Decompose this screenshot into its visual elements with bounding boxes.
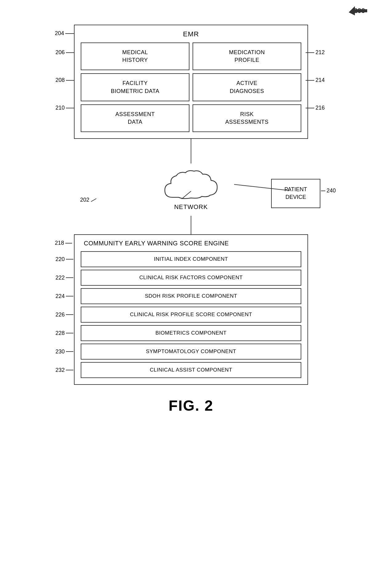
ref-208: 208 (55, 77, 75, 83)
ref-212: 212 (306, 49, 325, 56)
ref-arrow-200 (349, 3, 367, 15)
diagram-container: 200 204 EMR 206 208 (0, 0, 382, 588)
cews-title: COMMUNITY EARLY WARNING SCORE ENGINE (81, 240, 301, 247)
network-label: NETWORK (174, 203, 208, 211)
network-cloud-svg (160, 167, 222, 207)
connector-emr-network (191, 139, 191, 163)
ref-216: 216 (306, 105, 325, 111)
ref-228: 228 (55, 330, 73, 336)
emr-title: EMR (81, 30, 301, 38)
patient-device-box: PATIENTDEVICE (271, 179, 320, 208)
ref-222: 222 (55, 275, 73, 281)
emr-cell-assessment-data: ASSESSMENTDATA (81, 104, 189, 132)
ref-210: 210 (55, 105, 75, 111)
ref-226: 226 (55, 312, 73, 318)
ref-224: 224 (55, 293, 73, 300)
ref-240: 240 (321, 187, 336, 194)
cews-outer: 218 COMMUNITY EARLY WARNING SCORE ENGINE… (52, 234, 330, 385)
cews-row-230: 230 SYMPTOMATOLOGY COMPONENT (81, 344, 301, 360)
cews-row-220: 220 INITIAL INDEX COMPONENT (81, 251, 301, 267)
patient-device-area: 240 PATIENTDEVICE (271, 179, 320, 208)
network-area: NETWORK (160, 167, 222, 211)
emr-outer: 204 EMR 206 208 210 (52, 25, 330, 139)
emr-block: EMR 206 208 210 (74, 25, 308, 139)
cews-component-clinical-risk-factors: CLINICAL RISK FACTORS COMPONENT (81, 270, 301, 286)
cews-block: COMMUNITY EARLY WARNING SCORE ENGINE 220… (74, 234, 308, 385)
cews-row-222: 222 CLINICAL RISK FACTORS COMPONENT (81, 270, 301, 286)
ref-218: 218 (55, 240, 72, 246)
ref-202: 202 (80, 197, 97, 203)
cews-components: 220 INITIAL INDEX COMPONENT 222 CLINICAL… (81, 251, 301, 378)
cews-row-232: 232 CLINICAL ASSIST COMPONENT (81, 362, 301, 378)
ref-214: 214 (306, 77, 325, 83)
cews-component-initial-index: INITIAL INDEX COMPONENT (81, 251, 301, 267)
ref-230: 230 (55, 348, 73, 355)
cews-component-clinical-assist: CLINICAL ASSIST COMPONENT (81, 362, 301, 378)
cews-row-224: 224 SDOH RISK PROFILE COMPONENT (81, 288, 301, 304)
emr-cell-medical-history: MEDICALHISTORY (81, 42, 189, 70)
cews-component-symptomatology: SYMPTOMATOLOGY COMPONENT (81, 344, 301, 360)
emr-cell-active-diagnoses: ACTIVEDIAGNOSES (193, 73, 301, 101)
ref-232: 232 (55, 367, 73, 373)
ref-220: 220 (55, 256, 73, 263)
cews-row-228: 228 BIOMETRICS COMPONENT (81, 325, 301, 341)
fig-caption: FIG. 2 (169, 397, 213, 414)
cews-row-226: 226 CLINICAL RISK PROFILE SCORE COMPONEN… (81, 307, 301, 323)
middle-outer: 202 NETWORK 240 PATIENTDEVICE (52, 163, 330, 225)
ref-206: 206 (55, 49, 75, 56)
cews-component-clinical-risk-profile-score: CLINICAL RISK PROFILE SCORE COMPONENT (81, 307, 301, 323)
emr-grid: MEDICALHISTORY MEDICATIONPROFILE FACILIT… (81, 42, 301, 132)
svg-marker-0 (349, 6, 367, 15)
emr-cell-risk-assessments: RISKASSESSMENTS (193, 104, 301, 132)
emr-cell-facility-biometric: FACILITYBIOMETRIC DATA (81, 73, 189, 101)
emr-ref-label: 204 (55, 30, 74, 37)
cews-component-sdoh-risk-profile: SDOH RISK PROFILE COMPONENT (81, 288, 301, 304)
emr-cell-medication-profile: MEDICATIONPROFILE (193, 42, 301, 70)
cews-component-biometrics: BIOMETRICS COMPONENT (81, 325, 301, 341)
